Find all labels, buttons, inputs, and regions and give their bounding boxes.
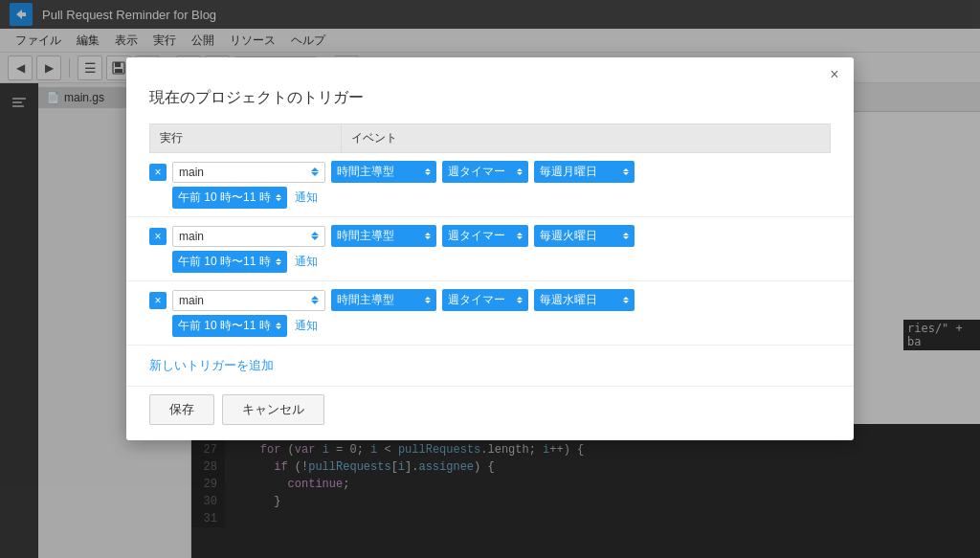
trigger-2-time-select[interactable]: 午前 10 時〜11 時 [172, 251, 287, 273]
select-arrows-icon [311, 167, 319, 176]
trigger-row-3-container: × main 時間主導型 [126, 281, 854, 346]
trigger-2-type-select[interactable]: 時間主導型 [331, 225, 436, 247]
trigger-3-timer-select[interactable]: 週タイマー [442, 289, 528, 311]
trigger-row-3-bottom: 午前 10 時〜11 時 通知 [149, 315, 831, 345]
trigger-row-1-container: × main 時間主導型 [126, 153, 854, 217]
blue-arrows-icon [276, 194, 281, 201]
modal-footer: 保存 キャンセル [126, 386, 854, 440]
trigger-2-day-label: 毎週火曜日 [540, 228, 597, 244]
trigger-3-type-select[interactable]: 時間主導型 [331, 289, 436, 311]
trigger-3-function-select[interactable]: main [172, 290, 325, 311]
triggers-scroll-area[interactable]: × main 時間主導型 [126, 153, 854, 386]
blue-arrows-icon [623, 168, 629, 175]
modal-dialog: × 現在のプロジェクトのトリガー 実行 イベント × main [126, 57, 854, 440]
trigger-row-2-top: × main 時間主導型 [149, 217, 831, 251]
trigger-1-notify-link[interactable]: 通知 [295, 190, 318, 206]
blue-arrows-icon [623, 233, 629, 239]
cancel-button[interactable]: キャンセル [222, 394, 324, 425]
trigger-1-timer-select[interactable]: 週タイマー [442, 161, 528, 183]
blue-arrows-icon [517, 233, 523, 239]
trigger-row-2-container: × main 時間主導型 [126, 217, 854, 281]
trigger-2-timer-select[interactable]: 週タイマー [442, 225, 528, 247]
trigger-3-time-select[interactable]: 午前 10 時〜11 時 [172, 315, 287, 337]
blue-arrows-icon [276, 323, 281, 329]
header-exec: 実行 [150, 124, 342, 153]
add-trigger-link[interactable]: 新しいトリガーを追加 [126, 346, 297, 386]
trigger-2-day-select[interactable]: 毎週火曜日 [534, 225, 635, 247]
trigger-1-day-label: 毎週月曜日 [540, 164, 597, 180]
trigger-1-type-select[interactable]: 時間主導型 [331, 161, 436, 183]
trigger-2-function-select[interactable]: main [172, 226, 325, 247]
trigger-row-1-top: × main 時間主導型 [149, 153, 831, 187]
blue-arrows-icon [425, 168, 431, 175]
trigger-2-delete-button[interactable]: × [149, 228, 167, 245]
trigger-3-time-label: 午前 10 時〜11 時 [178, 318, 271, 334]
header-event: イベント [342, 124, 831, 153]
trigger-1-timer-label: 週タイマー [448, 164, 505, 180]
modal-title: 現在のプロジェクトのトリガー [126, 84, 854, 123]
blue-arrows-icon [425, 297, 431, 303]
trigger-3-type-label: 時間主導型 [337, 292, 394, 308]
trigger-row-3-top: × main 時間主導型 [149, 281, 831, 315]
trigger-1-function-label: main [179, 166, 204, 179]
trigger-2-time-label: 午前 10 時〜11 時 [178, 254, 271, 270]
save-button[interactable]: 保存 [149, 394, 214, 425]
table-header-container: 実行 イベント [126, 123, 854, 153]
trigger-1-function-select[interactable]: main [172, 162, 325, 183]
blue-arrows-icon [517, 297, 523, 303]
modal-overlay: × 現在のプロジェクトのトリガー 実行 イベント × main [0, 0, 980, 558]
blue-arrows-icon [623, 297, 629, 303]
trigger-3-notify-link[interactable]: 通知 [295, 318, 318, 334]
select-arrows-icon [311, 232, 319, 240]
trigger-row-1-bottom: 午前 10 時〜11 時 通知 [149, 187, 831, 216]
trigger-1-time-label: 午前 10 時〜11 時 [178, 190, 271, 206]
trigger-3-timer-label: 週タイマー [448, 292, 505, 308]
table-header-row: 実行 イベント [150, 124, 831, 153]
trigger-2-type-label: 時間主導型 [337, 228, 394, 244]
trigger-2-timer-label: 週タイマー [448, 228, 505, 244]
trigger-1-delete-button[interactable]: × [149, 164, 167, 181]
trigger-1-day-select[interactable]: 毎週月曜日 [534, 161, 635, 183]
trigger-row-2-bottom: 午前 10 時〜11 時 通知 [149, 251, 831, 280]
trigger-3-day-select[interactable]: 毎週水曜日 [534, 289, 635, 311]
trigger-1-time-select[interactable]: 午前 10 時〜11 時 [172, 187, 287, 209]
trigger-1-type-label: 時間主導型 [337, 164, 394, 180]
trigger-3-delete-button[interactable]: × [149, 292, 167, 309]
modal-header: × [126, 57, 854, 84]
blue-arrows-icon [276, 258, 281, 265]
trigger-2-function-label: main [179, 230, 204, 243]
blue-arrows-icon [425, 233, 431, 239]
trigger-2-notify-link[interactable]: 通知 [295, 254, 318, 270]
trigger-3-day-label: 毎週水曜日 [540, 292, 597, 308]
modal-close-button[interactable]: × [825, 65, 844, 84]
trigger-3-function-label: main [179, 294, 204, 307]
blue-arrows-icon [517, 168, 523, 175]
select-arrows-icon [311, 296, 319, 304]
triggers-header-table: 実行 イベント [149, 123, 831, 153]
